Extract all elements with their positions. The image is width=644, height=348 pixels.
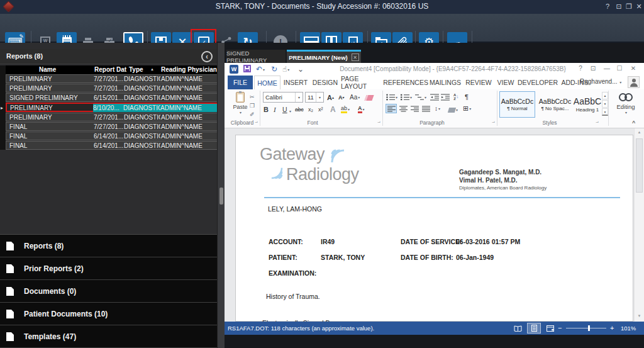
section-prior-reports[interactable]: Prior Reports (2): [0, 257, 217, 280]
word-minimize-icon[interactable]: —: [602, 65, 612, 72]
justify-button[interactable]: [420, 104, 431, 113]
tab-review[interactable]: REVIEW: [464, 76, 493, 89]
scroll-down-icon[interactable]: ▼: [635, 314, 644, 318]
report-row-selected[interactable]: PRELIMINARY8/10/20...DIAGNOSTIC P...ADMI…: [6, 103, 218, 112]
tab-design[interactable]: DESIGN: [311, 76, 340, 89]
cut-button[interactable]: ✂: [250, 92, 255, 101]
section-patient-documents[interactable]: Patient Documents (10): [0, 303, 217, 325]
zoom-in-icon[interactable]: +: [610, 324, 614, 332]
scroll-up-icon[interactable]: ▲: [635, 130, 644, 134]
collapse-panel-button[interactable]: ‹: [201, 51, 213, 62]
bullets-button[interactable]: ▾: [386, 93, 397, 102]
section-documents[interactable]: Documents (0): [0, 280, 217, 303]
zoom-slider[interactable]: [566, 328, 606, 328]
underline-dropdown[interactable]: ▾: [289, 106, 291, 116]
print-layout-button[interactable]: [527, 323, 541, 334]
tab-home[interactable]: HOME: [254, 76, 280, 89]
web-layout-button[interactable]: [543, 323, 557, 334]
tab-file[interactable]: FILE: [228, 76, 253, 89]
italic-button[interactable]: I: [274, 104, 276, 114]
align-left-button[interactable]: [386, 104, 397, 113]
text-effects-button[interactable]: A: [330, 104, 336, 114]
copy-button[interactable]: ❐: [250, 101, 255, 110]
report-row[interactable]: FINAL6/14/201...DIAGNOSTIC R...ADMIN^NAM…: [6, 132, 218, 140]
highlight-button[interactable]: ab▾: [341, 104, 350, 114]
style-normal[interactable]: AaBbCcDc¶ Normal: [499, 91, 535, 118]
qat-save-button[interactable]: [243, 65, 251, 72]
tab-preliminary-new[interactable]: PRELIMINARY (New) ✕: [287, 50, 361, 63]
numbering-button[interactable]: ▾: [401, 93, 412, 102]
tab-view[interactable]: VIEW: [494, 76, 517, 89]
zoom-level[interactable]: 101%: [621, 325, 636, 332]
align-center-button[interactable]: [397, 104, 409, 113]
qat-undo-button[interactable]: ↶▾: [256, 65, 265, 74]
shading-button[interactable]: ▾: [448, 105, 458, 115]
superscript-button[interactable]: x²: [318, 104, 323, 114]
clipboard-dialog-launcher[interactable]: ⌐: [255, 120, 258, 125]
change-case-button[interactable]: Aa▾: [350, 93, 360, 102]
close-tab-icon[interactable]: ✕: [352, 53, 359, 61]
collapse-ribbon-icon[interactable]: ^: [632, 120, 635, 126]
qat-redo-button[interactable]: ↻: [271, 65, 277, 74]
font-dialog-launcher[interactable]: ⌐: [377, 120, 380, 125]
line-spacing-button[interactable]: ↕▾: [435, 104, 440, 113]
reports-table-header[interactable]: ✱ Name Report Dat Type ▲ Reading Physici…: [0, 65, 218, 74]
report-row[interactable]: FINAL6/14/201...DIAGNOSTIC R...ADMIN^NAM…: [6, 141, 218, 150]
zoom-slider-thumb[interactable]: [588, 325, 590, 331]
show-marks-button[interactable]: ¶: [465, 92, 469, 101]
report-row[interactable]: SIGNED PRELIMINARY6/15/201...DIAGNOSTIC …: [6, 93, 218, 102]
column-name[interactable]: Name: [39, 66, 56, 73]
restore-icon[interactable]: ❐: [624, 3, 634, 11]
increase-indent-button[interactable]: [441, 93, 450, 102]
style-heading-1[interactable]: AaBbCHeading 1: [574, 91, 601, 118]
qat-customize-button[interactable]: ⌄: [297, 65, 304, 74]
report-row[interactable]: PRELIMINARY7/27/201...DIAGNOSTIC P...ADM…: [6, 84, 218, 93]
help-icon[interactable]: ?: [602, 3, 613, 10]
section-templates[interactable]: Templates (47): [0, 325, 217, 348]
underline-button[interactable]: U: [282, 104, 287, 114]
decrease-indent-button[interactable]: [430, 93, 439, 102]
word-close-icon[interactable]: ✕: [628, 65, 638, 72]
word-app-button[interactable]: W: [230, 65, 238, 74]
subscript-button[interactable]: x₂: [308, 104, 313, 114]
strikethrough-button[interactable]: abc: [295, 104, 304, 114]
tab-references[interactable]: REFERENCES: [385, 76, 426, 89]
tab-insert[interactable]: INSERT: [282, 76, 309, 89]
sort-button[interactable]: AZ ↓: [453, 92, 458, 101]
column-type[interactable]: Type: [129, 66, 143, 73]
vertical-scrollbar[interactable]: ▲ ▼: [634, 128, 644, 322]
close-icon[interactable]: ✕: [634, 3, 644, 11]
styles-scrollbar[interactable]: ▲▼▼: [602, 92, 608, 116]
clear-formatting-button[interactable]: [365, 93, 373, 103]
font-name-combo[interactable]: Calibri▾: [263, 92, 303, 103]
read-mode-button[interactable]: [511, 323, 525, 334]
shrink-font-button[interactable]: A▾: [338, 93, 345, 102]
tab-developer[interactable]: DEVELOPER: [518, 76, 557, 89]
word-help-icon[interactable]: ?: [575, 65, 586, 72]
column-reading-physician[interactable]: Reading Physician: [161, 66, 217, 73]
zoom-out-icon[interactable]: −: [558, 324, 562, 332]
report-row[interactable]: PRELIMINARY7/27/201...DIAGNOSTIC R...ADM…: [6, 113, 218, 121]
styles-dialog-launcher[interactable]: ⌐: [596, 120, 599, 125]
report-row[interactable]: PRELIMINARY7/27/201...DIAGNOSTIC P...ADM…: [6, 74, 218, 83]
scrollbar-thumb[interactable]: [636, 138, 643, 193]
font-size-combo[interactable]: 11▾: [305, 92, 324, 103]
section-reports[interactable]: Reports (8): [0, 235, 217, 257]
style-no-spacing[interactable]: AaBbCcDc¶ No Spac...: [537, 91, 573, 118]
font-color-button[interactable]: A▾: [358, 104, 365, 114]
editing-button[interactable]: Editing ▾: [612, 93, 640, 115]
report-row[interactable]: FINAL7/27/201...DIAGNOSTIC R...ADMIN^NAM…: [6, 122, 218, 131]
paste-button[interactable]: Paste ▾: [230, 92, 251, 120]
qat-touch-mode-button[interactable]: ☝▾: [282, 65, 289, 74]
borders-button[interactable]: ⊞▾: [463, 104, 471, 113]
panel-scrollbar-thumb[interactable]: [219, 188, 223, 205]
ribbon-options-icon[interactable]: ⊡: [588, 65, 598, 72]
user-avatar-icon[interactable]: [628, 76, 640, 88]
align-right-button[interactable]: [409, 104, 420, 113]
user-account-button[interactable]: Raghavend... ▾: [580, 78, 621, 85]
tab-page-layout[interactable]: PAGE LAYOUT: [341, 76, 384, 89]
tab-signed-preliminary[interactable]: SIGNED PRELIMINARY: [226, 50, 286, 63]
format-painter-button[interactable]: ✐: [250, 109, 255, 119]
column-report-date[interactable]: Report Dat: [94, 66, 126, 73]
panel-splitter[interactable]: [217, 43, 225, 348]
